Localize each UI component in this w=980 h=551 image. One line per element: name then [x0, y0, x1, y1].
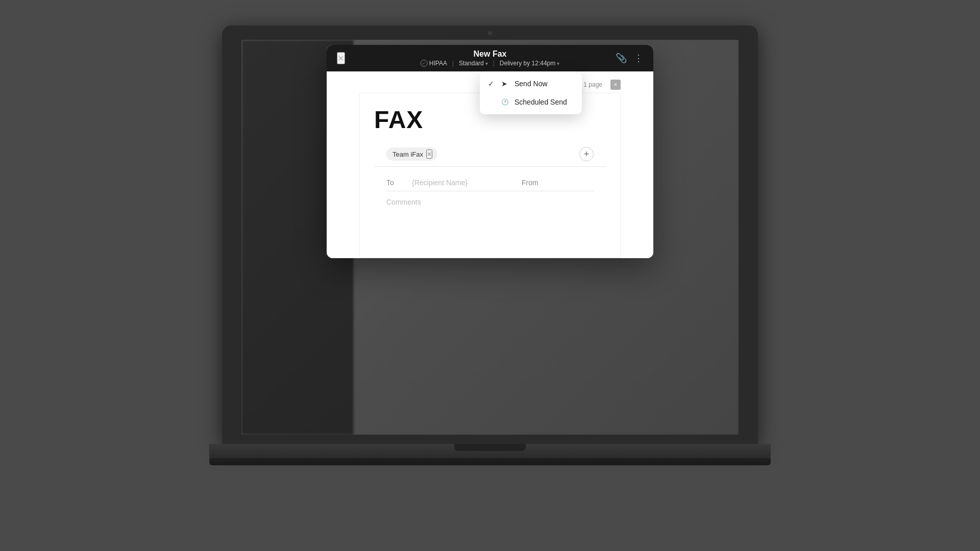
header-right: 📎 ⋮ — [616, 53, 643, 64]
chevron-down-icon2: ▾ — [557, 61, 559, 66]
chevron-down-icon: ▾ — [485, 61, 488, 66]
laptop-foot — [209, 458, 771, 465]
hipaa-label: HIPAA — [429, 60, 447, 67]
header-left: × — [337, 52, 345, 64]
separator2: | — [493, 60, 495, 67]
from-input[interactable] — [547, 179, 636, 187]
schedule-clock-icon: 🕐 — [501, 98, 509, 106]
to-input[interactable] — [412, 179, 501, 187]
remove-recipient-button[interactable]: × — [426, 149, 432, 159]
modal-subtitle: ✓ HIPAA | Standard ▾ | — [421, 60, 559, 67]
modal-title: New Fax — [421, 49, 559, 59]
from-label: From — [522, 179, 537, 187]
form-fields: To From — [374, 167, 606, 191]
more-options-button[interactable]: ⋮ — [634, 53, 643, 64]
close-cover-button[interactable]: × — [610, 80, 621, 90]
delivery-label: Standard — [459, 60, 484, 67]
delivery-time-button[interactable]: Delivery by 12:44pm ▾ — [500, 60, 559, 67]
modal-header: × New Fax ✓ HIPAA | — [327, 45, 653, 71]
fax-cover-page: FAX Team iFax × + — [359, 93, 621, 258]
to-from-row: To From — [386, 172, 594, 191]
send-now-option[interactable]: ✓ ➤ Send Now — [480, 74, 582, 93]
new-fax-modal: × New Fax ✓ HIPAA | — [327, 45, 653, 258]
scheduled-send-option[interactable]: ✓ 🕐 Scheduled Send — [480, 93, 582, 111]
screen-bezel: × New Fax ✓ HIPAA | — [222, 26, 758, 444]
screen-content: × New Fax ✓ HIPAA | — [241, 40, 739, 435]
laptop-notch — [454, 444, 526, 451]
recipient-name: Team iFax — [393, 151, 423, 158]
close-button[interactable]: × — [337, 52, 345, 64]
screen: × New Fax ✓ HIPAA | — [241, 40, 739, 435]
add-recipient-button[interactable]: + — [579, 147, 594, 161]
hipaa-badge: ✓ HIPAA — [421, 60, 447, 67]
separator: | — [452, 60, 454, 67]
camera — [488, 31, 492, 35]
standard-delivery-button[interactable]: Standard ▾ — [459, 60, 488, 67]
page-count: 1 page — [583, 81, 602, 88]
delivery-dropdown-menu: ✓ ➤ Send Now ✓ 🕐 Scheduled Send — [480, 71, 582, 114]
scheduled-send-label: Scheduled Send — [514, 98, 567, 106]
header-center: New Fax ✓ HIPAA | Standard ▾ — [421, 49, 559, 67]
modal-overlay: × New Fax ✓ HIPAA | — [241, 40, 739, 435]
comments-label: Comments — [386, 198, 421, 206]
send-now-label: Send Now — [514, 80, 548, 88]
recipients-area: Team iFax × + — [374, 142, 606, 167]
recipient-tag: Team iFax × — [386, 147, 437, 161]
laptop-shell: × New Fax ✓ HIPAA | — [222, 26, 758, 525]
delivery-time-label: Delivery by 12:44pm — [500, 60, 555, 67]
attach-button[interactable]: 📎 — [616, 53, 627, 64]
to-label: To — [386, 179, 402, 187]
send-arrow-icon: ➤ — [501, 80, 509, 88]
hipaa-shield-icon: ✓ — [421, 60, 428, 67]
comments-area: Comments — [374, 191, 606, 247]
close-cover-icon: × — [614, 81, 617, 88]
laptop-base — [209, 444, 771, 458]
check-icon: ✓ — [488, 80, 496, 88]
